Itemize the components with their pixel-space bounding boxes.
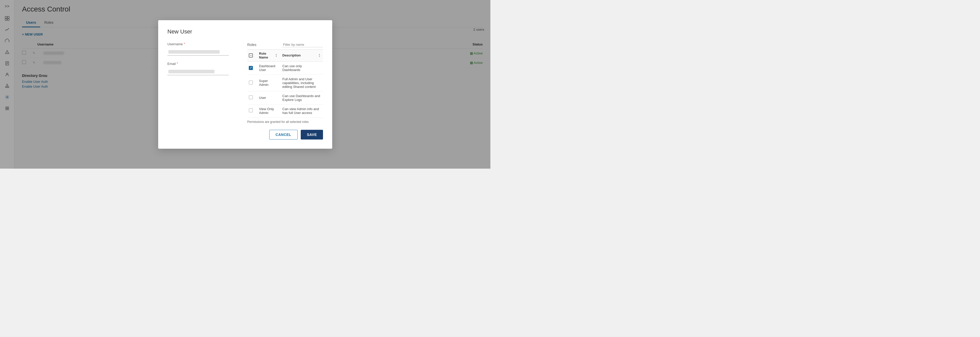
role-name: User: [256, 91, 280, 104]
roles-table: Role Name ▲▼ Description: [247, 49, 323, 117]
role-description: Can view Admin info and has full User ac…: [280, 104, 323, 117]
role-checkbox-3[interactable]: [249, 108, 253, 112]
modal-title: New User: [167, 28, 323, 35]
roles-section: Roles Role Name: [247, 42, 323, 139]
table-row: Super AdminFull Admin and User capabilit…: [247, 74, 323, 91]
th-checkbox: [247, 49, 256, 61]
table-row: UserCan use Dashboards and Explore Logs: [247, 91, 323, 104]
role-checkbox-2[interactable]: [249, 95, 253, 100]
role-description: Full Admin and User capabilities, includ…: [280, 74, 323, 91]
th-role-name: Role Name ▲▼: [256, 49, 280, 61]
role-description: Can use only Dashboards: [280, 61, 323, 74]
table-row: Dashboard UserCan use only Dashboards: [247, 61, 323, 74]
table-header: Role Name ▲▼ Description: [247, 49, 323, 61]
role-checkbox-1[interactable]: [249, 81, 253, 85]
role-name-sort[interactable]: ▲▼: [275, 54, 277, 57]
role-description: Can use Dashboards and Explore Logs: [280, 91, 323, 104]
role-name: Dashboard User: [256, 61, 280, 74]
username-label: Username *: [167, 42, 239, 46]
username-required: *: [184, 42, 185, 46]
cancel-button[interactable]: CANCEL: [269, 130, 298, 139]
th-description: Description ▲▼: [280, 49, 323, 61]
modal-overlay: New User Username * Email: [0, 0, 490, 169]
permissions-note: Permissions are granted for all selected…: [247, 120, 323, 123]
new-user-modal: New User Username * Email: [158, 20, 332, 149]
description-sort[interactable]: ▲▼: [318, 54, 320, 57]
save-button[interactable]: SAVE: [301, 130, 323, 139]
modal-body: Username * Email *: [167, 42, 323, 139]
form-section: Username * Email *: [167, 42, 239, 139]
email-input[interactable]: [167, 67, 229, 75]
roles-filter-input[interactable]: [282, 42, 323, 47]
modal-footer: CANCEL SAVE: [247, 130, 323, 139]
roles-header-row: Roles: [247, 42, 323, 47]
email-required: *: [177, 62, 178, 65]
select-all-checkbox[interactable]: [249, 54, 253, 57]
role-name: View Only Admin: [256, 104, 280, 117]
role-name: Super Admin: [256, 74, 280, 91]
table-row: View Only AdminCan view Admin info and h…: [247, 104, 323, 117]
username-input[interactable]: [167, 47, 229, 56]
email-label: Email *: [167, 62, 239, 66]
email-field: Email *: [167, 62, 239, 75]
roles-label: Roles: [247, 43, 256, 47]
username-field: Username *: [167, 42, 239, 56]
role-checkbox-0[interactable]: [249, 66, 253, 70]
